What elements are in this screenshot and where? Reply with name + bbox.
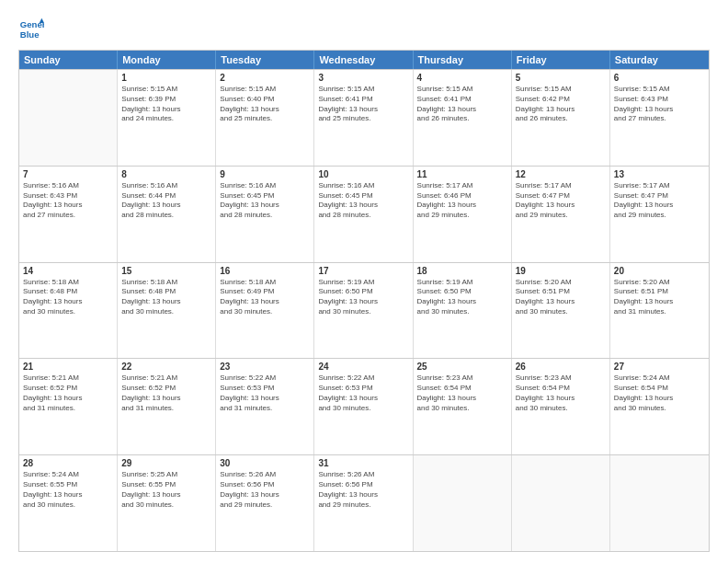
day-detail: Sunrise: 5:15 AM Sunset: 6:41 PM Dayligh…: [417, 85, 507, 124]
day-cell-11: 11Sunrise: 5:17 AM Sunset: 6:46 PM Dayli…: [414, 167, 512, 262]
day-cell-31: 31Sunrise: 5:26 AM Sunset: 6:56 PM Dayli…: [314, 455, 413, 551]
day-cell-14: 14Sunrise: 5:18 AM Sunset: 6:48 PM Dayli…: [19, 263, 118, 359]
day-cell-16: 16Sunrise: 5:18 AM Sunset: 6:49 PM Dayli…: [216, 263, 314, 359]
day-detail: Sunrise: 5:21 AM Sunset: 6:52 PM Dayligh…: [23, 373, 113, 413]
day-cell-17: 17Sunrise: 5:19 AM Sunset: 6:50 PM Dayli…: [314, 263, 413, 359]
day-cell-12: 12Sunrise: 5:17 AM Sunset: 6:47 PM Dayli…: [512, 167, 610, 262]
week-row-2: 14Sunrise: 5:18 AM Sunset: 6:48 PM Dayli…: [19, 262, 709, 359]
logo: General Blue: [18, 17, 48, 42]
day-number: 30: [220, 458, 310, 468]
day-header-saturday: Saturday: [610, 51, 709, 69]
day-cell-1: 1Sunrise: 5:15 AM Sunset: 6:39 PM Daylig…: [118, 70, 216, 166]
day-cell-22: 22Sunrise: 5:21 AM Sunset: 6:52 PM Dayli…: [118, 359, 216, 454]
day-detail: Sunrise: 5:15 AM Sunset: 6:43 PM Dayligh…: [614, 85, 705, 124]
calendar: SundayMondayTuesdayWednesdayThursdayFrid…: [18, 50, 710, 552]
day-cell-19: 19Sunrise: 5:20 AM Sunset: 6:51 PM Dayli…: [512, 263, 610, 359]
day-number: 21: [23, 362, 113, 372]
day-header-wednesday: Wednesday: [314, 51, 413, 69]
week-row-0: 1Sunrise: 5:15 AM Sunset: 6:39 PM Daylig…: [19, 69, 709, 166]
empty-cell: [610, 455, 709, 551]
day-detail: Sunrise: 5:19 AM Sunset: 6:50 PM Dayligh…: [318, 278, 408, 317]
day-detail: Sunrise: 5:26 AM Sunset: 6:56 PM Dayligh…: [220, 470, 310, 510]
day-cell-28: 28Sunrise: 5:24 AM Sunset: 6:55 PM Dayli…: [19, 455, 118, 551]
day-detail: Sunrise: 5:25 AM Sunset: 6:55 PM Dayligh…: [121, 470, 211, 510]
empty-cell: [19, 70, 118, 166]
week-row-3: 21Sunrise: 5:21 AM Sunset: 6:52 PM Dayli…: [19, 358, 709, 454]
day-detail: Sunrise: 5:18 AM Sunset: 6:49 PM Dayligh…: [220, 278, 310, 317]
day-number: 22: [121, 362, 211, 372]
day-number: 1: [121, 73, 211, 83]
day-cell-15: 15Sunrise: 5:18 AM Sunset: 6:48 PM Dayli…: [118, 263, 216, 359]
day-number: 4: [417, 73, 507, 83]
day-detail: Sunrise: 5:17 AM Sunset: 6:47 PM Dayligh…: [516, 181, 606, 221]
calendar-header: SundayMondayTuesdayWednesdayThursdayFrid…: [19, 51, 709, 69]
day-number: 16: [220, 266, 310, 276]
day-number: 6: [614, 73, 705, 83]
day-cell-18: 18Sunrise: 5:19 AM Sunset: 6:50 PM Dayli…: [414, 263, 512, 359]
day-cell-4: 4Sunrise: 5:15 AM Sunset: 6:41 PM Daylig…: [414, 70, 512, 166]
day-cell-24: 24Sunrise: 5:22 AM Sunset: 6:53 PM Dayli…: [314, 359, 413, 454]
day-detail: Sunrise: 5:15 AM Sunset: 6:40 PM Dayligh…: [220, 85, 310, 124]
day-number: 31: [318, 458, 408, 468]
day-detail: Sunrise: 5:17 AM Sunset: 6:47 PM Dayligh…: [614, 181, 705, 221]
day-detail: Sunrise: 5:20 AM Sunset: 6:51 PM Dayligh…: [516, 278, 606, 317]
day-detail: Sunrise: 5:24 AM Sunset: 6:55 PM Dayligh…: [23, 470, 113, 510]
day-cell-26: 26Sunrise: 5:23 AM Sunset: 6:54 PM Dayli…: [512, 359, 610, 454]
day-detail: Sunrise: 5:16 AM Sunset: 6:44 PM Dayligh…: [121, 181, 211, 221]
day-header-thursday: Thursday: [414, 51, 512, 69]
day-cell-3: 3Sunrise: 5:15 AM Sunset: 6:41 PM Daylig…: [314, 70, 413, 166]
week-row-1: 7Sunrise: 5:16 AM Sunset: 6:43 PM Daylig…: [19, 166, 709, 262]
day-cell-7: 7Sunrise: 5:16 AM Sunset: 6:43 PM Daylig…: [19, 167, 118, 262]
day-number: 10: [318, 169, 408, 179]
day-cell-6: 6Sunrise: 5:15 AM Sunset: 6:43 PM Daylig…: [610, 70, 709, 166]
day-number: 15: [121, 266, 211, 276]
day-detail: Sunrise: 5:16 AM Sunset: 6:45 PM Dayligh…: [220, 181, 310, 221]
day-detail: Sunrise: 5:18 AM Sunset: 6:48 PM Dayligh…: [121, 278, 211, 317]
day-cell-9: 9Sunrise: 5:16 AM Sunset: 6:45 PM Daylig…: [216, 167, 314, 262]
day-number: 7: [23, 169, 113, 179]
day-detail: Sunrise: 5:15 AM Sunset: 6:41 PM Dayligh…: [318, 85, 408, 124]
day-cell-25: 25Sunrise: 5:23 AM Sunset: 6:54 PM Dayli…: [414, 359, 512, 454]
day-cell-10: 10Sunrise: 5:16 AM Sunset: 6:45 PM Dayli…: [314, 167, 413, 262]
day-header-sunday: Sunday: [19, 51, 118, 69]
day-number: 27: [614, 362, 705, 372]
day-cell-20: 20Sunrise: 5:20 AM Sunset: 6:51 PM Dayli…: [610, 263, 709, 359]
empty-cell: [414, 455, 512, 551]
day-number: 12: [516, 169, 606, 179]
week-row-4: 28Sunrise: 5:24 AM Sunset: 6:55 PM Dayli…: [19, 454, 709, 551]
day-number: 13: [614, 169, 705, 179]
page: General Blue SundayMondayTuesdayWednesda…: [0, 0, 728, 563]
day-cell-13: 13Sunrise: 5:17 AM Sunset: 6:47 PM Dayli…: [610, 167, 709, 262]
day-detail: Sunrise: 5:17 AM Sunset: 6:46 PM Dayligh…: [417, 181, 507, 221]
day-detail: Sunrise: 5:15 AM Sunset: 6:39 PM Dayligh…: [121, 85, 211, 124]
day-number: 28: [23, 458, 113, 468]
day-cell-27: 27Sunrise: 5:24 AM Sunset: 6:54 PM Dayli…: [610, 359, 709, 454]
empty-cell: [512, 455, 610, 551]
day-detail: Sunrise: 5:23 AM Sunset: 6:54 PM Dayligh…: [516, 373, 606, 413]
day-number: 18: [417, 266, 507, 276]
day-detail: Sunrise: 5:15 AM Sunset: 6:42 PM Dayligh…: [516, 85, 606, 124]
day-detail: Sunrise: 5:16 AM Sunset: 6:43 PM Dayligh…: [23, 181, 113, 221]
logo-icon: General Blue: [18, 17, 44, 42]
day-number: 5: [516, 73, 606, 83]
day-detail: Sunrise: 5:19 AM Sunset: 6:50 PM Dayligh…: [417, 278, 507, 317]
day-detail: Sunrise: 5:23 AM Sunset: 6:54 PM Dayligh…: [417, 373, 507, 413]
day-number: 19: [516, 266, 606, 276]
day-header-friday: Friday: [512, 51, 610, 69]
day-cell-29: 29Sunrise: 5:25 AM Sunset: 6:55 PM Dayli…: [118, 455, 216, 551]
day-detail: Sunrise: 5:21 AM Sunset: 6:52 PM Dayligh…: [121, 373, 211, 413]
calendar-body: 1Sunrise: 5:15 AM Sunset: 6:39 PM Daylig…: [19, 69, 709, 551]
day-cell-23: 23Sunrise: 5:22 AM Sunset: 6:53 PM Dayli…: [216, 359, 314, 454]
day-number: 8: [121, 169, 211, 179]
day-header-monday: Monday: [118, 51, 216, 69]
day-header-tuesday: Tuesday: [216, 51, 314, 69]
day-detail: Sunrise: 5:16 AM Sunset: 6:45 PM Dayligh…: [318, 181, 408, 221]
day-number: 23: [220, 362, 310, 372]
day-cell-5: 5Sunrise: 5:15 AM Sunset: 6:42 PM Daylig…: [512, 70, 610, 166]
day-cell-30: 30Sunrise: 5:26 AM Sunset: 6:56 PM Dayli…: [216, 455, 314, 551]
day-number: 9: [220, 169, 310, 179]
day-detail: Sunrise: 5:20 AM Sunset: 6:51 PM Dayligh…: [614, 278, 705, 317]
day-detail: Sunrise: 5:22 AM Sunset: 6:53 PM Dayligh…: [220, 373, 310, 413]
day-detail: Sunrise: 5:26 AM Sunset: 6:56 PM Dayligh…: [318, 470, 408, 510]
day-detail: Sunrise: 5:24 AM Sunset: 6:54 PM Dayligh…: [614, 373, 705, 413]
